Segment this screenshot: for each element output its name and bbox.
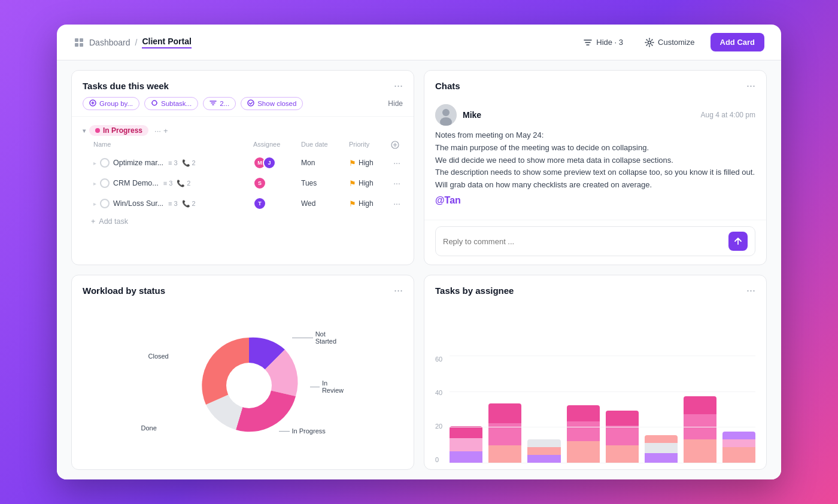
task-more-btn[interactable]: ··· [391,158,403,168]
chats-card-header: Chats ··· [424,71,766,97]
chat-mention[interactable]: @Tan [435,195,755,206]
task-more-btn[interactable]: ··· [391,178,403,188]
assignee-card-header: Tasks by assignee ··· [424,275,766,302]
dashboard-icon [74,37,84,48]
hide-button[interactable]: Hide · 3 [577,34,629,51]
bar-segment [450,451,482,463]
svg-rect-3 [80,43,83,47]
assignee-card-menu[interactable]: ··· [746,285,755,296]
send-button[interactable] [728,232,748,251]
workload-card: Workload by status ··· [71,275,414,470]
tasks-card: Tasks due this week ··· Group by... [71,70,414,265]
workload-card-menu[interactable]: ··· [394,285,403,296]
in-review-label: In Review [310,379,346,394]
bar-segment [684,439,716,463]
group-by-pill[interactable]: Group by... [83,97,139,110]
avatar: S [253,177,266,190]
chats-card-menu[interactable]: ··· [746,80,755,91]
add-column-icon[interactable] [391,141,403,150]
closed-label: Closed [148,353,169,360]
header-actions: Hide · 3 Customize Add Card [577,33,764,51]
bar-segment [488,445,521,463]
task-name-cell: ▸ Win/Loss Sur... ≡ 3 📞 2 [93,199,253,208]
bar-group [567,405,600,463]
check-circle-icon [247,99,254,108]
task-status-circle[interactable] [100,158,110,168]
app-container: Dashboard / Client Portal Hide · 3 Custo… [57,25,781,479]
main-content: Tasks due this week ··· Group by... [57,60,781,479]
subtask-count-icon: ≡ [168,200,172,207]
bar-segment [567,441,600,463]
bar-chart-area: 60 40 20 0 [424,302,766,469]
in-progress-badge: In Progress [89,125,148,136]
stacked-bar [567,405,600,463]
task-more-btn[interactable]: ··· [391,199,403,208]
priority: ⚑ High [349,199,391,208]
bar-segment [645,453,678,463]
stacked-bar [488,403,521,463]
bars-container [450,356,755,463]
group-add-btn[interactable]: + [163,126,168,135]
bar-group [722,432,755,463]
chat-avatar [435,104,457,126]
bar-group [488,403,521,463]
subtask-icon [151,99,158,108]
svg-rect-1 [80,38,83,42]
task-expand-icon[interactable]: ▸ [93,201,96,207]
comment-icon: 📞 [182,200,190,208]
bar-segment [527,447,560,455]
table-header-row: Name Assignee Due date Priority [72,138,414,153]
hide-icon [583,38,593,47]
task-name-cell: ▸ CRM Demo... ≡ 3 📞 2 [93,178,253,188]
not-started-label: Not Started [292,330,345,345]
bar-chart-inner: 60 40 20 0 [435,302,755,463]
priority-flag-icon: ⚑ [349,159,356,168]
header: Dashboard / Client Portal Hide · 3 Custo… [57,25,781,60]
chats-card: Chats ··· Mike [424,70,767,265]
hide-columns-button[interactable]: Hide [388,99,403,108]
group-actions: ··· + [154,126,168,135]
task-status-circle[interactable] [100,178,110,188]
svg-point-9 [442,109,450,116]
svg-point-4 [648,41,651,44]
subtask-pill[interactable]: Subtask... [144,97,198,110]
bar-segment [527,439,560,447]
chat-input[interactable] [443,237,724,246]
task-expand-icon[interactable]: ▸ [93,180,96,187]
bar-segment [606,445,639,463]
bar-segment [722,447,755,463]
workload-chart-body: Not Started In Review In Progress Done C… [72,302,414,469]
group-row: ▾ In Progress ··· + [72,123,414,138]
show-closed-pill[interactable]: Show closed [241,97,303,110]
table-row[interactable]: ▸ Optimize mar... ≡ 3 📞 2 M J [72,153,414,173]
tasks-card-title: Tasks due this week [83,81,169,91]
filter-pill[interactable]: 2... [203,97,236,110]
tasks-card-menu[interactable]: ··· [394,80,403,91]
add-task-row[interactable]: + Add task [72,214,414,229]
pie-center [226,363,272,408]
assignee-avatars: T [253,197,301,210]
customize-button[interactable]: Customize [639,34,700,51]
bar-segment [450,438,482,451]
bar-group [606,411,639,463]
bar-segment [488,423,521,445]
tasks-toolbar: Group by... Subtask... [72,97,414,117]
group-menu-btn[interactable]: ··· [154,126,161,135]
chat-message: Mike Aug 4 at 4:00 pm Notes from meeting… [435,104,755,206]
bar-segment [527,455,560,463]
bar-group [684,396,716,463]
table-row[interactable]: ▸ Win/Loss Sur... ≡ 3 📞 2 T Wed [72,193,414,214]
breadcrumb-current: Client Portal [142,37,191,48]
bar-group [527,439,560,463]
group-icon [89,99,96,108]
group-chevron-icon[interactable]: ▾ [83,127,86,134]
table-row[interactable]: ▸ CRM Demo... ≡ 3 📞 2 S Tues [72,173,414,193]
task-name-cell: ▸ Optimize mar... ≡ 3 📞 2 [93,158,253,168]
comment-icon: 📞 [182,159,190,167]
chat-input-area [424,220,766,265]
add-task-plus-icon: + [91,217,95,226]
task-status-circle[interactable] [100,199,110,208]
task-expand-icon[interactable]: ▸ [93,160,96,166]
add-card-button[interactable]: Add Card [711,33,765,51]
breadcrumb-parent[interactable]: Dashboard [89,38,130,47]
